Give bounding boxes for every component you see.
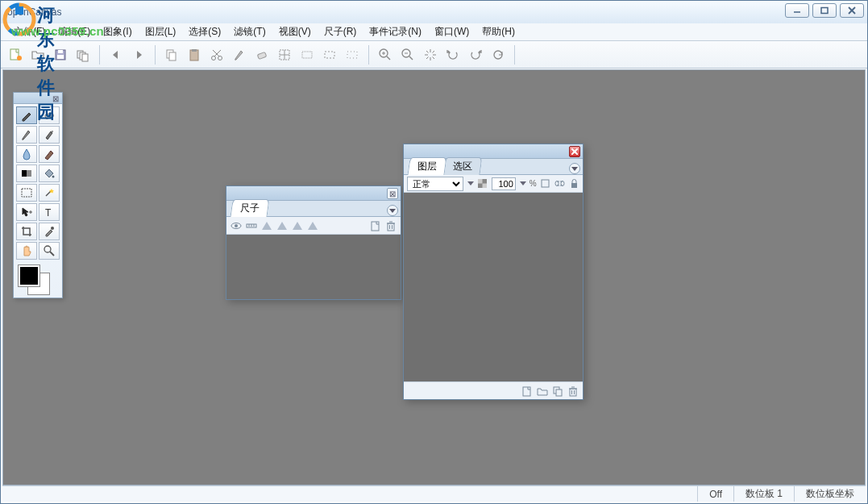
delete-layer-icon[interactable]	[567, 385, 579, 398]
clip-icon[interactable]	[540, 177, 551, 190]
titlebar[interactable]: openCanvas	[1, 1, 867, 23]
ruler-new-icon[interactable]	[369, 219, 382, 232]
ruler-warn2-icon[interactable]	[276, 219, 289, 232]
next-button[interactable]	[129, 45, 148, 65]
tool-palette-titlebar[interactable]: ⊠	[14, 93, 62, 104]
lock-layer-icon[interactable]	[568, 177, 579, 190]
ruler-warn4-icon[interactable]	[306, 219, 319, 232]
layers-panel[interactable]: 图层 选区 正常 100 %	[403, 144, 584, 400]
tool-palette[interactable]: ⊠ T	[13, 92, 63, 298]
layers-panel-close-icon[interactable]	[569, 146, 580, 157]
ruler-tab[interactable]: 尺子	[230, 199, 269, 217]
wand-tool[interactable]	[39, 184, 60, 202]
bucket-tool[interactable]	[39, 165, 60, 182]
menu-ruler[interactable]: 尺子(R)	[318, 23, 363, 41]
brush-tool[interactable]	[16, 126, 37, 144]
svg-point-8	[17, 56, 22, 60]
crop-tool[interactable]	[16, 223, 37, 240]
ruler-toolbar	[226, 217, 401, 235]
maximize-button[interactable]	[812, 3, 837, 18]
select-solid-button[interactable]	[297, 45, 317, 65]
link-layers-icon[interactable]	[554, 177, 565, 190]
finger-tool[interactable]	[39, 145, 60, 163]
ruler-trash-icon[interactable]	[384, 219, 397, 232]
opacity-thumb-icon[interactable]	[477, 177, 488, 190]
refresh-button[interactable]	[488, 45, 508, 65]
svg-rect-81	[556, 389, 562, 396]
menu-filter[interactable]: 滤镜(T)	[227, 23, 272, 41]
zoom-in-button[interactable]	[376, 45, 395, 65]
menu-select[interactable]: 选择(S)	[182, 23, 227, 41]
text-tool[interactable]: T	[39, 203, 60, 221]
svg-point-55	[51, 227, 54, 230]
menu-file[interactable]: 文件(F)	[7, 23, 52, 41]
close-button[interactable]	[840, 3, 864, 18]
svg-rect-82	[570, 389, 576, 396]
cut-button[interactable]	[207, 45, 226, 65]
crop-button[interactable]	[275, 45, 294, 65]
tool-grid: T	[14, 104, 62, 262]
zoom-out-button[interactable]	[398, 45, 417, 65]
ruler-measure-icon[interactable]	[245, 219, 258, 232]
blend-dropdown-icon[interactable]	[467, 181, 474, 185]
ruler-panel-close-icon[interactable]: ⊠	[387, 188, 398, 199]
tool-palette-close-icon[interactable]: ⊠	[51, 94, 60, 103]
blur-tool[interactable]	[16, 145, 37, 163]
eyedropper-tool[interactable]	[39, 223, 60, 240]
opacity-value[interactable]: 100	[492, 177, 516, 190]
zoom-tool[interactable]	[39, 242, 60, 260]
ruler-warn3-icon[interactable]	[291, 219, 304, 232]
paste-button[interactable]	[185, 45, 204, 65]
foreground-color-swatch[interactable]	[19, 265, 39, 286]
eraser-tool[interactable]	[39, 106, 60, 124]
airbrush-tool[interactable]	[39, 126, 60, 144]
layers-tab-select[interactable]: 选区	[442, 157, 482, 175]
duplicate-layer-icon[interactable]	[551, 385, 564, 398]
menu-help[interactable]: 帮助(H)	[476, 23, 521, 41]
svg-rect-73	[478, 179, 483, 184]
new-file-button[interactable]	[6, 45, 25, 65]
menu-view[interactable]: 视图(V)	[272, 23, 318, 41]
menu-image[interactable]: 图象(I)	[97, 23, 138, 41]
menu-window[interactable]: 窗口(W)	[428, 23, 476, 41]
layers-collapse-icon[interactable]	[569, 163, 580, 174]
save-file-button[interactable]	[51, 45, 70, 65]
menu-layer[interactable]: 图层(L)	[139, 23, 183, 41]
menu-event[interactable]: 事件记录(N)	[363, 23, 428, 41]
minimize-button[interactable]	[785, 3, 809, 18]
toolbar-separator	[368, 45, 369, 65]
opacity-dropdown-icon[interactable]	[520, 181, 526, 185]
svg-line-57	[50, 252, 54, 256]
pencil-tool[interactable]	[16, 106, 37, 124]
open-file-button[interactable]	[28, 45, 48, 65]
window-controls	[785, 3, 864, 18]
svg-point-20	[218, 56, 222, 60]
history-button[interactable]	[73, 45, 93, 65]
copy-button[interactable]	[162, 45, 181, 65]
move-tool[interactable]	[16, 203, 37, 221]
select-dot-button[interactable]	[343, 45, 362, 65]
ruler-warn1-icon[interactable]	[260, 219, 273, 232]
new-folder-icon[interactable]	[536, 385, 549, 398]
marquee-tool[interactable]	[16, 184, 37, 202]
redo-button[interactable]	[466, 45, 485, 65]
navigator-button[interactable]	[421, 45, 440, 65]
menu-edit[interactable]: 编辑(E)	[52, 23, 97, 41]
eraser-button[interactable]	[252, 45, 272, 65]
svg-rect-48	[27, 170, 31, 177]
ruler-collapse-icon[interactable]	[387, 205, 398, 216]
ruler-tabs: 尺子	[226, 201, 401, 217]
hand-tool[interactable]	[16, 242, 37, 260]
ruler-panel[interactable]: ⊠ 尺子	[226, 185, 401, 300]
brush-button[interactable]	[230, 45, 249, 65]
new-layer-icon[interactable]	[521, 385, 534, 398]
ruler-eye-icon[interactable]	[230, 219, 243, 232]
undo-button[interactable]	[443, 45, 463, 65]
svg-rect-64	[372, 222, 379, 231]
layers-tab-layer[interactable]: 图层	[407, 157, 446, 175]
svg-rect-78	[571, 183, 577, 188]
prev-button[interactable]	[106, 45, 126, 65]
gradient-tool[interactable]	[16, 165, 37, 182]
select-dash-button[interactable]	[320, 45, 339, 65]
blend-mode-select[interactable]: 正常	[407, 177, 463, 191]
